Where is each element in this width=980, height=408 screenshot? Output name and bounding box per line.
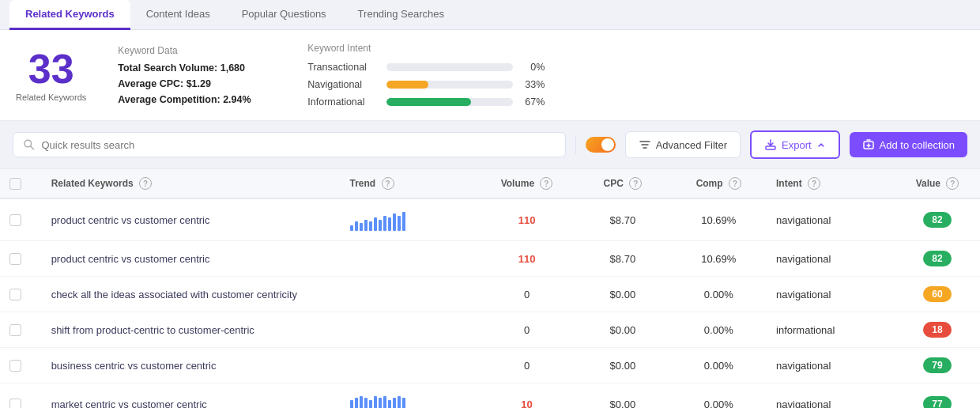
informational-bar xyxy=(386,98,471,106)
avg-cpc-label: Average CPC: xyxy=(118,78,186,89)
row-value: 77 xyxy=(895,383,980,409)
advanced-filter-button[interactable]: Advanced Filter xyxy=(625,131,741,158)
trend-bar-item xyxy=(398,396,401,408)
tab-related-keywords[interactable]: Related Keywords xyxy=(9,0,130,30)
add-collection-label: Add to collection xyxy=(880,139,955,151)
filter-bar: Advanced Filter Export Add to collection xyxy=(0,121,980,168)
trend-bar-item xyxy=(383,216,386,231)
row-volume: 0 xyxy=(479,277,575,312)
table-row: check all the ideas associated with cust… xyxy=(0,277,980,312)
row-checkbox-cell xyxy=(0,312,42,348)
informational-bar-bg xyxy=(386,98,513,106)
table-row: business centric vs customer centric0$0.… xyxy=(0,348,980,383)
row-cpc: $0.00 xyxy=(575,383,670,409)
avg-cpc-row: Average CPC: $1.29 xyxy=(118,78,276,89)
trend-bar-item xyxy=(398,216,401,231)
col-header-comp: Comp ? xyxy=(671,169,767,198)
row-trend xyxy=(341,312,479,348)
row-checkbox[interactable] xyxy=(9,399,21,409)
export-icon xyxy=(764,138,777,151)
col-header-intent: Intent ? xyxy=(767,169,895,198)
trend-bar-item xyxy=(360,396,363,408)
select-all-header xyxy=(0,169,42,198)
trend-bar-item xyxy=(402,398,405,408)
row-keyword: shift from product-centric to customer-c… xyxy=(42,312,341,348)
intent-transactional-row: Transactional 0% xyxy=(307,62,560,73)
col-volume-help[interactable]: ? xyxy=(540,177,552,190)
row-cpc: $8.70 xyxy=(575,241,670,277)
trend-bar-item xyxy=(355,398,358,408)
trend-bar-item xyxy=(393,398,396,408)
row-keyword: product centric vs customer centric xyxy=(42,241,341,277)
trend-bar-item xyxy=(388,217,391,231)
filter-toggle[interactable] xyxy=(586,137,616,153)
tsv-label: Total Search Volume: xyxy=(118,62,220,74)
keyword-link[interactable]: shift from product-centric to customer-c… xyxy=(51,324,254,336)
row-value: 79 xyxy=(895,348,980,383)
tab-content-ideas[interactable]: Content Ideas xyxy=(130,0,226,30)
total-search-volume-row: Total Search Volume: 1,680 xyxy=(118,62,276,74)
tab-trending-searches[interactable]: Trending Searches xyxy=(342,0,460,30)
col-keyword-help[interactable]: ? xyxy=(139,177,152,190)
col-trend-label: Trend xyxy=(350,178,376,189)
row-trend xyxy=(341,383,479,409)
keywords-table: Related Keywords ? Trend ? Volume ? CPC … xyxy=(0,169,980,408)
trend-bar-item xyxy=(360,223,363,231)
col-value-label: Value xyxy=(916,178,940,189)
tabs-bar: Related Keywords Content Ideas Popular Q… xyxy=(0,0,980,30)
row-comp: 0.00% xyxy=(671,348,767,383)
row-checkbox[interactable] xyxy=(9,324,21,336)
export-button[interactable]: Export xyxy=(750,130,840,159)
tab-popular-questions[interactable]: Popular Questions xyxy=(226,0,342,30)
row-checkbox-cell xyxy=(0,241,42,277)
filter-icon xyxy=(639,138,651,151)
select-all-checkbox[interactable] xyxy=(9,178,21,190)
keyword-count-label: Related Keywords xyxy=(16,93,86,102)
col-value-help[interactable]: ? xyxy=(946,177,959,190)
row-value: 82 xyxy=(895,198,980,241)
row-comp: 0.00% xyxy=(671,312,767,348)
row-cpc: $0.00 xyxy=(575,348,670,383)
row-checkbox[interactable] xyxy=(9,289,21,300)
row-keyword: product centric vs customer centric xyxy=(42,198,341,241)
row-comp: 10.69% xyxy=(671,198,767,241)
value-badge: 82 xyxy=(923,251,952,266)
toggle-wrap xyxy=(586,137,616,153)
col-intent-label: Intent xyxy=(776,178,802,189)
row-trend xyxy=(341,198,479,241)
row-checkbox[interactable] xyxy=(9,253,21,265)
row-value: 18 xyxy=(895,312,980,348)
keyword-link[interactable]: product centric vs customer centric xyxy=(51,214,210,226)
informational-pct: 67% xyxy=(521,96,545,108)
search-input[interactable] xyxy=(41,139,555,151)
row-checkbox[interactable] xyxy=(9,214,21,226)
trend-bars xyxy=(350,209,469,231)
summary-section: 33 Related Keywords Keyword Data Total S… xyxy=(0,30,980,121)
avg-comp-row: Average Competition: 2.94% xyxy=(118,94,276,105)
row-comp: 0.00% xyxy=(671,277,767,312)
col-cpc-help[interactable]: ? xyxy=(629,177,642,190)
trend-bar-item xyxy=(369,221,372,231)
row-checkbox[interactable] xyxy=(9,360,21,372)
value-badge: 79 xyxy=(923,357,952,373)
trend-bar-item xyxy=(393,213,396,231)
keyword-link[interactable]: product centric vs customer centric xyxy=(51,253,210,265)
row-keyword: check all the ideas associated with cust… xyxy=(42,277,341,312)
col-trend-help[interactable]: ? xyxy=(382,177,394,190)
keyword-data-block: Keyword Data Total Search Volume: 1,680 … xyxy=(118,45,276,105)
keyword-link[interactable]: check all the ideas associated with cust… xyxy=(51,289,297,300)
row-intent: informational xyxy=(767,312,895,348)
col-intent-help[interactable]: ? xyxy=(808,177,820,190)
keyword-link[interactable]: business centric vs customer centric xyxy=(51,360,217,372)
table-row: product centric vs customer centric110$8… xyxy=(0,241,980,277)
intent-navigational-row: Navigational 33% xyxy=(307,79,560,90)
trend-bar-item xyxy=(374,396,377,408)
value-badge: 18 xyxy=(923,322,952,338)
col-comp-help[interactable]: ? xyxy=(729,177,741,190)
transactional-pct: 0% xyxy=(521,62,545,73)
tsv-value: 1,680 xyxy=(220,62,245,74)
row-volume: 110 xyxy=(479,198,575,241)
add-to-collection-button[interactable]: Add to collection xyxy=(850,132,967,157)
keyword-link[interactable]: market centric vs customer centric xyxy=(51,399,207,409)
row-intent: navigational xyxy=(767,241,895,277)
